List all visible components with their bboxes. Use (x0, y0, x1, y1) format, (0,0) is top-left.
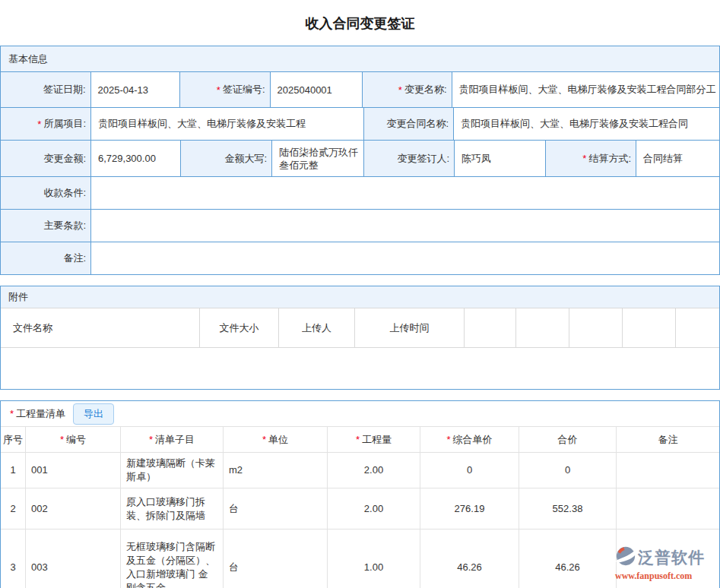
required-marker: * (356, 434, 360, 445)
boq-cell-remark (617, 488, 719, 529)
basic-row-4: 收款条件: (1, 177, 719, 210)
boq-header-code: *编号 (26, 427, 121, 452)
fanpu-logo-icon (615, 545, 636, 570)
attachments-table-header: 文件名称 文件大小 上传人 上传时间 (1, 308, 719, 348)
attachments-section: 附件 文件名称 文件大小 上传人 上传时间 (0, 286, 720, 390)
amount-words-value: 陆佰柒拾贰万玖仟叁佰元整 (272, 141, 364, 176)
attach-header-upload-time: 上传时间 (355, 308, 465, 347)
required-marker: * (37, 119, 41, 130)
required-marker: * (262, 434, 266, 445)
boq-cell-remark (617, 453, 719, 488)
attach-header-empty-4 (623, 308, 676, 347)
boq-cell-price: 0 (420, 453, 519, 488)
boq-cell-unit: 台 (224, 530, 328, 588)
boq-cell-price: 276.19 (420, 488, 519, 529)
attach-header-uploader: 上传人 (279, 308, 355, 347)
required-marker: * (60, 434, 64, 445)
sign-no-label: *签证编号: (180, 72, 271, 107)
boq-header-remark: 备注 (617, 427, 719, 452)
boq-table-header: 序号 *编号 *清单子目 *单位 *工程量 *综合单价 合价 备注 (1, 427, 719, 453)
boq-cell-item: 无框玻璃移门含隔断及五金（分隔区）、入口新增玻璃门 金刚含五金 (121, 530, 224, 588)
boq-cell-code: 002 (26, 488, 121, 529)
project-label: *所属项目: (1, 108, 91, 140)
main-clauses-value (91, 210, 719, 242)
sign-date-value: 2025-04-13 (91, 72, 181, 107)
required-marker: * (10, 408, 14, 419)
boq-cell-qty: 2.00 (328, 488, 420, 529)
basic-row-2: *所属项目: 贵阳项目样板间、大堂、电梯厅装修及安装工程 变更合同名称: 贵阳项… (1, 108, 719, 141)
attach-header-empty-5 (676, 308, 719, 347)
basic-row-1: 签证日期: 2025-04-13 *签证编号: 2025040001 *变更名称… (1, 72, 719, 108)
required-marker: * (217, 84, 220, 96)
attachments-section-header: 附件 (1, 286, 719, 308)
boq-cell-code: 003 (26, 530, 121, 588)
boq-header-total: 合价 (519, 427, 617, 452)
settle-method-label: *结算方式: (546, 141, 636, 176)
boq-cell-seq: 1 (1, 453, 26, 488)
boq-cell-seq: 3 (1, 530, 26, 588)
boq-cell-qty: 2.00 (328, 453, 420, 488)
boq-titlebar: * 工程量清单 导出 (1, 401, 719, 427)
fanpu-url-text: www.fanpusoft.com (615, 571, 715, 582)
sign-no-value: 2025040001 (271, 72, 363, 107)
table-row: 1 001 新建玻璃隔断（卡莱斯卓） m2 2.00 0 0 (1, 453, 719, 488)
boq-header-item: *清单子目 (121, 427, 224, 452)
basic-info-section-header: 基本信息 (1, 46, 719, 72)
settle-method-value: 合同结算 (636, 141, 719, 176)
attach-header-empty-2 (516, 308, 569, 347)
export-button[interactable]: 导出 (73, 403, 114, 425)
table-row: 3 003 无框玻璃移门含隔断及五金（分隔区）、入口新增玻璃门 金刚含五金 台 … (1, 530, 719, 588)
boq-header-price: *综合单价 (420, 427, 519, 452)
boq-cell-item: 原入口玻璃移门拆装、拆除门及隔墙 (121, 488, 224, 529)
signer-label: 变更签订人: (364, 141, 455, 176)
required-marker: * (398, 84, 402, 96)
attach-header-file-name: 文件名称 (1, 308, 200, 347)
page-title: 收入合同变更签证 (0, 0, 720, 46)
boq-cell-total: 46.26 (519, 530, 617, 588)
boq-cell-price: 46.26 (420, 530, 519, 588)
sign-date-label: 签证日期: (1, 72, 91, 107)
attach-header-file-size: 文件大小 (200, 308, 279, 347)
required-marker: * (149, 434, 153, 445)
payment-terms-label: 收款条件: (1, 177, 91, 209)
fanpu-brand-text: 泛普软件 (638, 547, 705, 568)
boq-cell-item: 新建玻璃隔断（卡莱斯卓） (121, 453, 224, 488)
change-contract-label: 变更合同名称: (364, 108, 454, 140)
change-amount-value: 6,729,300.00 (91, 141, 181, 176)
remark-value (91, 242, 719, 274)
boq-cell-qty: 1.00 (328, 530, 420, 588)
boq-cell-total: 0 (519, 453, 617, 488)
required-marker: * (582, 153, 586, 164)
boq-cell-seq: 2 (1, 488, 26, 529)
attachments-empty-body (1, 348, 719, 389)
basic-info-section: 基本信息 签证日期: 2025-04-13 *签证编号: 2025040001 … (0, 46, 720, 275)
change-amount-label: 变更金额: (1, 141, 91, 176)
basic-row-5: 主要条款: (1, 210, 719, 242)
table-row: 2 002 原入口玻璃移门拆装、拆除门及隔墙 台 2.00 276.19 552… (1, 488, 719, 530)
basic-row-6: 备注: (1, 242, 719, 274)
fanpu-logo: 泛普软件 www.fanpusoft.com (615, 545, 715, 582)
main-clauses-label: 主要条款: (1, 210, 91, 242)
boq-header-seq: 序号 (1, 427, 26, 452)
signer-value: 陈巧凤 (455, 141, 546, 176)
project-value: 贵阳项目样板间、大堂、电梯厅装修及安装工程 (91, 108, 364, 140)
change-name-label: *变更名称: (363, 72, 452, 107)
boq-header-qty: *工程量 (328, 427, 420, 452)
attach-header-empty-1 (465, 308, 516, 347)
required-marker: * (446, 434, 450, 445)
boq-cell-total: 552.38 (519, 488, 617, 529)
boq-section: * 工程量清单 导出 序号 *编号 *清单子目 *单位 *工程量 *综合单价 合… (0, 400, 720, 588)
change-contract-value: 贵阳项目样板间、大堂、电梯厅装修及安装工程合同 (454, 108, 719, 140)
basic-row-3: 变更金额: 6,729,300.00 金额大写: 陆佰柒拾贰万玖仟叁佰元整 变更… (1, 141, 719, 177)
attach-header-empty-3 (569, 308, 623, 347)
payment-terms-value (91, 177, 719, 209)
amount-words-label: 金额大写: (181, 141, 272, 176)
remark-label: 备注: (1, 242, 91, 274)
change-name-value: 贵阳项目样板间、大堂、电梯厅装修及安装工程合同部分工 (452, 72, 719, 107)
boq-cell-code: 001 (26, 453, 121, 488)
boq-section-title: 工程量清单 (16, 407, 65, 421)
boq-header-unit: *单位 (224, 427, 328, 452)
boq-cell-unit: m2 (224, 453, 328, 488)
boq-cell-unit: 台 (224, 488, 328, 529)
